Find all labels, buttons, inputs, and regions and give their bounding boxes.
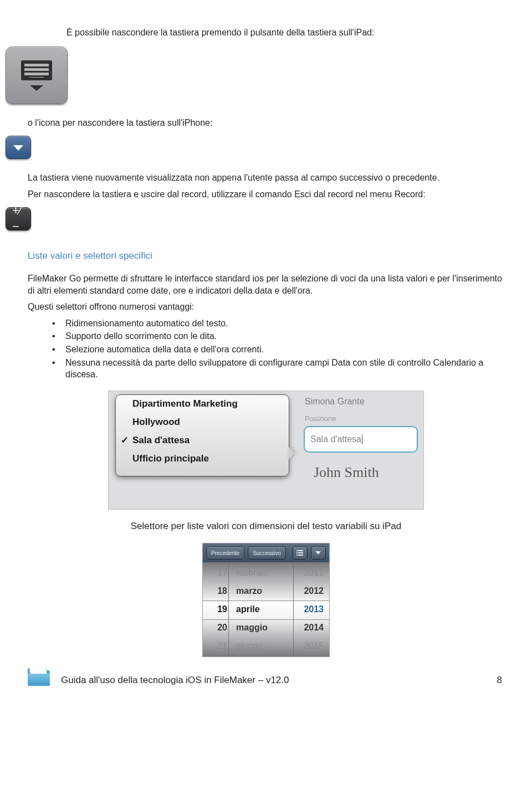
field-posizione[interactable]: Sala d'attesa (304, 426, 418, 453)
popover-option[interactable]: Dipartimento Marketing (116, 395, 289, 413)
list-item: Supporto dello scorrimento con le dita. (50, 330, 504, 342)
figure-date-picker: Precedente Successivo 17febbraio2011 18m… (202, 543, 330, 657)
prev-button[interactable]: Precedente (206, 546, 244, 560)
list-item: Ridimensionamento automatico del testo. (50, 317, 504, 330)
paragraph-filemaker-go: FileMaker Go permette di sfruttare le in… (28, 273, 504, 296)
date-picker-wheels[interactable]: 17febbraio2011 18marzo2012 19aprile2013 … (203, 562, 329, 656)
popover-option[interactable]: Ufficio principale (116, 450, 289, 468)
picker-row[interactable]: 21giugno2015 (203, 637, 329, 655)
svg-rect-2 (296, 552, 298, 553)
paragraph-hide-keyboard-ipad: È possibile nascondere la tastiera preme… (66, 27, 504, 39)
popover-value-list[interactable]: Dipartimento Marketing Hollywood Sala d'… (115, 394, 289, 476)
paragraph-exit-record: Per nascondere la tastiera e uscire dal … (28, 188, 504, 201)
picker-row[interactable]: 17febbraio2011 (203, 563, 329, 582)
page-number: 8 (497, 674, 502, 687)
paragraph-hide-keyboard-iphone: o l'icona per nascondere la tastiera sul… (28, 117, 504, 129)
picker-toolbar: Precedente Successivo (203, 543, 329, 562)
page-footer: Guida all'uso della tecnologia iOS in Fi… (28, 674, 504, 687)
field-value: Sala d'attesa (310, 433, 361, 445)
signature: John Smith (314, 463, 420, 482)
hide-keyboard-iphone-icon (6, 136, 31, 159)
paragraph-advantages-intro: Questi selettori offrono numerosi vantag… (28, 301, 504, 313)
list-item: Nessuna necessità da parte dello svilupp… (50, 357, 504, 381)
record-name: Simona Grante (301, 391, 420, 409)
picker-row[interactable]: 19aprile2013 (203, 600, 329, 618)
list-item: Selezione automatica della data e dell'o… (50, 343, 504, 356)
figure-value-list-selector: Dipartimento Marketing Hollywood Sala d'… (108, 391, 424, 510)
popover-option[interactable]: Hollywood (116, 413, 289, 432)
picker-row[interactable]: 20maggio2014 (203, 618, 329, 637)
section-heading-value-lists: Liste valori e selettori specifici (28, 250, 504, 263)
hide-keyboard-ipad-icon (6, 47, 68, 104)
dropdown-icon[interactable] (311, 546, 326, 560)
next-button[interactable]: Successivo (248, 546, 286, 560)
advantages-list: Ridimensionamento automatico del testo. … (50, 317, 504, 381)
filemaker-folder-icon (27, 667, 52, 687)
paragraph-keyboard-reappears: La tastiera viene nuovamente visualizzat… (28, 172, 504, 184)
plus-minus-icon: +⁄− (6, 207, 31, 230)
svg-rect-0 (296, 550, 298, 551)
popover-option-selected[interactable]: Sala d'attesa (116, 432, 289, 450)
svg-marker-6 (315, 551, 321, 555)
svg-rect-1 (298, 550, 303, 551)
svg-rect-5 (298, 555, 303, 556)
svg-rect-4 (296, 555, 298, 556)
field-label-posizione: Posizione (301, 408, 420, 425)
svg-rect-3 (298, 552, 303, 553)
list-icon[interactable] (293, 546, 308, 560)
picker-row[interactable]: 18marzo2012 (203, 582, 329, 600)
figure1-caption: Selettore per liste valori con dimension… (28, 520, 504, 533)
footer-title: Guida all'uso della tecnologia iOS in Fi… (61, 674, 289, 687)
